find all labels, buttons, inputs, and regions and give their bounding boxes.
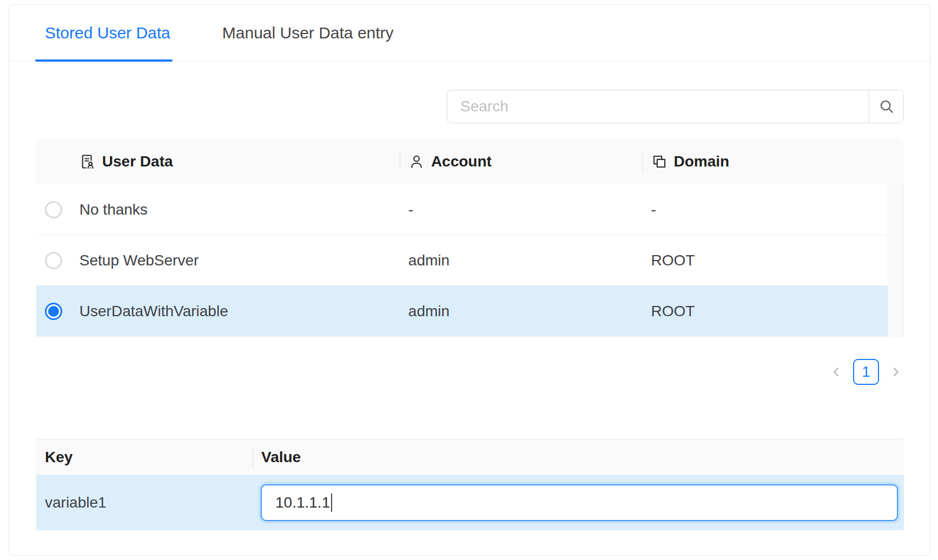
cell-account: - <box>400 201 643 218</box>
cell-user-data: Setup WebServer <box>71 252 400 269</box>
column-label: Account <box>431 153 492 170</box>
column-header-domain: Domain <box>643 138 888 184</box>
tab-label: Manual User Data entry <box>222 24 394 42</box>
column-label: Domain <box>674 153 730 170</box>
tab-bar: Stored User Data Manual User Data entry <box>9 5 930 61</box>
next-page-button[interactable] <box>888 364 904 380</box>
cell-user-data: No thanks <box>71 201 400 218</box>
variables-table-header: Key Value <box>36 439 904 475</box>
variable-key: variable1 <box>36 494 253 511</box>
cell-account: admin <box>400 252 643 269</box>
radio-button[interactable] <box>45 201 62 218</box>
table-body: No thanks - - Setup WebServer admin ROOT… <box>36 184 904 337</box>
column-header-value: Value <box>253 439 904 475</box>
tab-manual-user-data-entry[interactable]: Manual User Data entry <box>222 5 394 61</box>
radio-button[interactable] <box>45 252 62 269</box>
variables-table: Key Value variable1 10.1.1.1 <box>36 439 904 530</box>
variable-row: variable1 10.1.1.1 <box>36 475 904 530</box>
table-row-userdatawithvariable[interactable]: UserDataWithVariable admin ROOT <box>36 286 888 337</box>
page-1-button[interactable]: 1 <box>853 359 879 385</box>
chevron-left-icon <box>829 365 843 379</box>
cell-account: admin <box>400 303 643 320</box>
cell-domain: ROOT <box>642 252 888 269</box>
tab-stored-user-data[interactable]: Stored User Data <box>45 5 170 61</box>
tab-content: User Data Account <box>9 90 930 530</box>
search-button[interactable] <box>869 90 903 123</box>
variable-value-input[interactable]: 10.1.1.1 <box>261 484 898 521</box>
table-header: User Data Account <box>36 138 904 184</box>
selection-column-header <box>36 138 71 184</box>
column-header-account: Account <box>400 138 643 184</box>
user-data-document-icon <box>80 154 96 170</box>
column-header-user-data: User Data <box>71 138 400 184</box>
search-input[interactable] <box>447 90 869 123</box>
text-cursor <box>331 494 332 512</box>
variable-value-cell: 10.1.1.1 <box>253 484 904 521</box>
table-scrollbar-track[interactable] <box>888 184 904 337</box>
cell-user-data: UserDataWithVariable <box>71 303 400 320</box>
user-data-panel: Stored User Data Manual User Data entry <box>9 4 930 556</box>
chevron-right-icon <box>889 365 903 379</box>
prev-page-button[interactable] <box>828 364 844 380</box>
search-row <box>36 90 904 123</box>
domain-block-icon <box>651 154 668 170</box>
tab-label: Stored User Data <box>45 24 170 42</box>
stored-user-data-table: User Data Account <box>36 138 904 337</box>
radio-button-checked[interactable] <box>45 303 62 320</box>
search-icon <box>878 98 895 115</box>
cell-domain: - <box>642 201 888 218</box>
column-label: User Data <box>102 153 173 170</box>
account-person-icon <box>408 154 425 170</box>
search-group <box>447 90 904 123</box>
table-row-no-thanks[interactable]: No thanks - - <box>36 184 888 235</box>
scrollbar-gutter-header <box>888 138 904 184</box>
pagination: 1 <box>36 359 904 385</box>
table-row-setup-webserver[interactable]: Setup WebServer admin ROOT <box>36 235 888 286</box>
column-header-key: Key <box>36 439 253 475</box>
cell-domain: ROOT <box>642 303 888 320</box>
variable-value-text: 10.1.1.1 <box>275 494 330 511</box>
